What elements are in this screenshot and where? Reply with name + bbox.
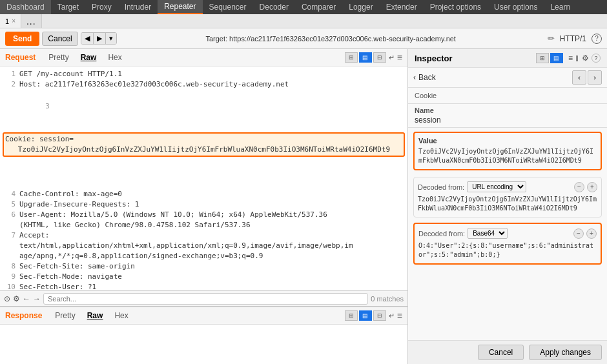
decoded-text-1[interactable]: Tzo0iJVc2VyIjoyOntzOjg6InVzZXJuYW1lIijtz…	[418, 195, 597, 213]
insp-display-2[interactable]: ▤	[550, 53, 563, 63]
tab-bar: 1 × ...	[0, 14, 607, 28]
inspector-gear-icon[interactable]: ⚙	[582, 54, 589, 63]
forward-search-icon[interactable]: →	[33, 294, 41, 303]
tab-1-close[interactable]: ×	[12, 17, 15, 25]
nav-target[interactable]: Target	[51, 0, 85, 14]
display-icon-3[interactable]: ⊟	[373, 52, 386, 63]
request-header: Request Pretty Raw Hex ⊞ ▤ ⊟ ↵ ≡	[0, 49, 407, 66]
inspector-footer: Cancel Apply changes	[408, 340, 607, 364]
decoded-label-1: Decoded from:	[418, 183, 464, 191]
display-icon-2[interactable]: ▤	[359, 52, 372, 63]
response-tab-pretty[interactable]: Pretty	[50, 310, 80, 321]
nav-arrows: ◀ ▶ ▾	[81, 32, 117, 45]
resp-display-2[interactable]: ▤	[359, 310, 372, 321]
request-tab-pretty[interactable]: Pretty	[43, 52, 74, 63]
search-input[interactable]	[43, 293, 368, 305]
newline-icon[interactable]: ↵	[389, 54, 395, 62]
tab-1[interactable]: 1 ×	[0, 14, 21, 28]
response-header: Response Pretty Raw Hex ⊞ ▤ ⊟ ↵ ≡	[0, 307, 407, 325]
inspector-prev-btn[interactable]: ‹	[572, 70, 586, 85]
value-section: Value Tzo0iJVc2VyIjoyOntzOjg6InVzZXJuYW1…	[413, 132, 602, 170]
decoded-header-2: Decoded from: Base64 − +	[418, 228, 597, 239]
display-icon-1[interactable]: ⊞	[345, 52, 358, 63]
nav-dashboard[interactable]: Dashboard	[0, 0, 51, 14]
matches-count: 0 matches	[371, 295, 404, 303]
inspector-title: Inspector	[415, 54, 536, 63]
edit-icon[interactable]: ✏	[548, 34, 555, 43]
value-text[interactable]: Tzo0iJVc2VyIjoyOntzOjg6InVzZXJuYW1lIijtz…	[418, 147, 597, 165]
response-code-area[interactable]	[0, 325, 407, 364]
inspector-cancel-button[interactable]: Cancel	[478, 345, 524, 360]
nav-user-options[interactable]: User options	[488, 0, 544, 14]
response-icons: ⊞ ▤ ⊟ ↵ ≡	[345, 310, 402, 321]
inspector-nav: ‹ Back ‹ ›	[408, 68, 607, 88]
inspector-next-btn[interactable]: ›	[588, 70, 602, 85]
tab-more[interactable]: ...	[21, 14, 42, 28]
name-field-value: session	[415, 116, 601, 125]
inspector-header: Inspector ⊞ ▤ ≡ ⫿ ⚙ ?	[408, 49, 607, 68]
code-line-2: 2 Host: ac211f7e1f63263ec01e327d003c006c…	[3, 79, 405, 90]
back-button[interactable]: ‹ Back	[413, 73, 436, 82]
response-title: Response	[5, 311, 42, 320]
target-url-value: https://ac211f7e1f63263ec01e327d003c006c…	[229, 35, 456, 43]
nav-logger[interactable]: Logger	[342, 0, 379, 14]
resp-display-1[interactable]: ⊞	[345, 310, 358, 321]
response-tab-raw[interactable]: Raw	[82, 310, 108, 321]
main-content: Request Pretty Raw Hex ⊞ ▤ ⊟ ↵ ≡ 1 GET /…	[0, 49, 607, 364]
request-tab-raw[interactable]: Raw	[76, 52, 102, 63]
decoded-actions-2: − +	[573, 228, 597, 239]
nav-forward-arrow[interactable]: ▶	[94, 33, 106, 44]
plus-btn-2[interactable]: +	[586, 228, 597, 239]
minus-btn-1[interactable]: −	[574, 182, 584, 192]
apply-changes-button[interactable]: Apply changes	[529, 345, 602, 360]
nav-decoder[interactable]: Decoder	[253, 0, 295, 14]
nav-project-options[interactable]: Project options	[424, 0, 488, 14]
code-line-3: 3 Cookie: session= Tzo0iJVc2VyIjoyOntzOj…	[3, 90, 405, 189]
nav-back-arrow[interactable]: ◀	[81, 33, 94, 44]
request-tab-hex[interactable]: Hex	[103, 52, 127, 63]
nav-repeater[interactable]: Repeater	[158, 0, 202, 14]
back-search-icon[interactable]: ←	[23, 294, 30, 303]
nav-comparer[interactable]: Comparer	[295, 0, 342, 14]
cookie-name-field: Name session	[408, 104, 607, 128]
nav-extender[interactable]: Extender	[380, 0, 424, 14]
resp-display-3[interactable]: ⊟	[373, 310, 386, 321]
encoding-select-1[interactable]: URL encoding	[467, 181, 526, 192]
code-line-6: 6 User-Agent: Mozilla/5.0 (Windows NT 10…	[3, 210, 405, 220]
plus-btn-1[interactable]: +	[587, 182, 597, 192]
cookie-highlight[interactable]: Cookie: session= Tzo0iJVc2VyIjoyOntzOjg6…	[3, 132, 405, 157]
insp-display-1[interactable]: ⊞	[536, 53, 549, 63]
response-tab-hex[interactable]: Hex	[109, 310, 133, 321]
settings-icon[interactable]: ⚙	[13, 294, 20, 303]
resp-menu-icon[interactable]: ≡	[397, 310, 402, 321]
request-subtabs: Pretty Raw Hex	[43, 52, 127, 63]
code-line-5: 5 Upgrade-Insecure-Requests: 1	[3, 199, 405, 210]
resp-newline-icon[interactable]: ↵	[389, 312, 395, 320]
send-button[interactable]: Send	[5, 32, 39, 46]
minus-btn-2[interactable]: −	[573, 228, 584, 239]
request-toolbar: Send Cancel ◀ ▶ ▾ Target: https://ac211f…	[0, 28, 607, 49]
nav-intruder[interactable]: Intruder	[118, 0, 158, 14]
decoded-label-2: Decoded from:	[418, 230, 465, 238]
nav-proxy[interactable]: Proxy	[85, 0, 118, 14]
inspector-list-icon[interactable]: ≡	[568, 54, 573, 63]
request-code-area[interactable]: 1 GET /my-account HTTP/1.1 2 Host: ac211…	[0, 66, 407, 290]
encoding-select-2[interactable]: Base64	[468, 228, 508, 239]
decoded-section-2: Decoded from: Base64 − + O:4:"User":2:{s…	[413, 223, 602, 265]
inspector-split-icon[interactable]: ⫿	[575, 54, 579, 63]
display-mode-icons: ⊞ ▤ ⊟	[345, 52, 386, 63]
nav-learn[interactable]: Learn	[544, 0, 577, 14]
nav-down-arrow[interactable]: ▾	[106, 33, 116, 44]
code-line-8: 8 Sec-Fetch-Site: same-origin	[3, 261, 405, 272]
response-section: Response Pretty Raw Hex ⊞ ▤ ⊟ ↵ ≡	[0, 306, 407, 364]
response-display-icons: ⊞ ▤ ⊟	[345, 310, 386, 321]
decoded-text-2[interactable]: O:4:"User":2:{s:8:"username";s:6:"admini…	[418, 241, 597, 259]
nav-sequencer[interactable]: Sequencer	[203, 0, 253, 14]
cancel-button[interactable]: Cancel	[42, 32, 77, 46]
search-circle-icon[interactable]: ⊙	[4, 294, 10, 303]
http-version: HTTP/1	[560, 34, 586, 43]
menu-icon[interactable]: ≡	[397, 52, 402, 63]
inspector-display-icons: ⊞ ▤	[536, 53, 563, 63]
help-icon[interactable]: ?	[592, 34, 602, 44]
inspector-help-icon[interactable]: ?	[592, 54, 601, 63]
